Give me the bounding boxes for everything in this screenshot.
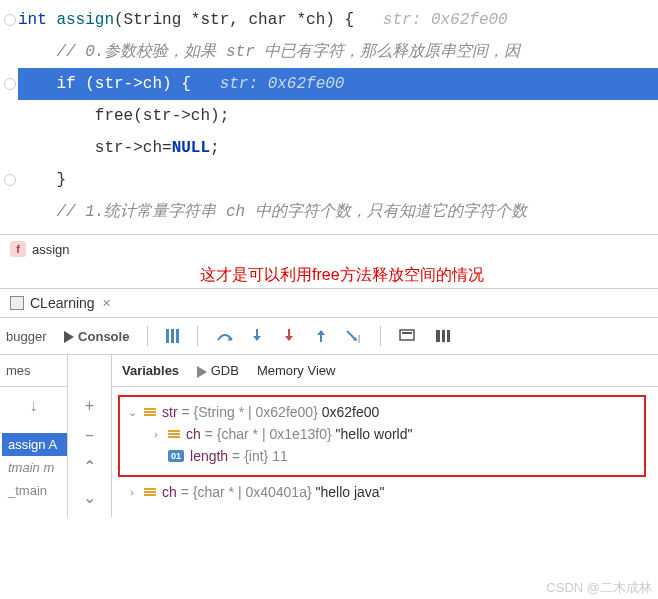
code-line: } xyxy=(18,164,658,196)
svg-rect-4 xyxy=(447,330,450,342)
object-icon xyxy=(144,408,156,416)
move-down-icon[interactable]: ⌄ xyxy=(83,488,96,507)
svg-rect-2 xyxy=(436,330,440,342)
chevron-right-icon[interactable]: › xyxy=(126,486,138,498)
play-icon xyxy=(64,331,74,343)
run-to-cursor-icon[interactable] xyxy=(344,328,362,344)
chevron-right-icon[interactable]: › xyxy=(150,428,162,440)
watermark: CSDN @二木成林 xyxy=(546,579,652,597)
svg-rect-3 xyxy=(442,330,445,342)
settings-icon[interactable] xyxy=(435,328,453,344)
debug-toolbar: bugger Console xyxy=(0,318,658,355)
highlighted-line: if (str->ch) { str: 0x62fe00 xyxy=(18,68,658,100)
debugger-panel: mes ↓ assign A tmain m _tmain + − ⌃ ⌄ Va… xyxy=(0,355,658,517)
stack-frame[interactable]: assign A xyxy=(2,433,67,456)
step-into-icon[interactable] xyxy=(248,328,266,344)
step-over-icon[interactable] xyxy=(216,328,234,344)
breadcrumb-label: assign xyxy=(32,242,70,257)
variables-column: Variables GDB Memory View ⌄ str = {Strin… xyxy=(112,355,658,517)
svg-rect-0 xyxy=(400,330,414,340)
stack-frames: assign A tmain m _tmain xyxy=(0,425,67,502)
threads-icon[interactable] xyxy=(166,329,179,343)
tree-row-ch2[interactable]: › ch = {char * | 0x40401a} "hello java" xyxy=(116,481,654,503)
console-tab[interactable]: Console xyxy=(64,329,129,344)
project-name: CLearning xyxy=(30,295,95,311)
breadcrumb[interactable]: f assign xyxy=(0,235,658,263)
highlight-box: ⌄ str = {String * | 0x62fe00} 0x62fe00 ›… xyxy=(118,395,646,477)
move-up-icon[interactable]: ⌃ xyxy=(83,457,96,476)
stack-frame[interactable]: _tmain xyxy=(2,479,67,502)
variables-header: Variables GDB Memory View xyxy=(112,355,658,387)
tree-controls: + − ⌃ ⌄ xyxy=(68,355,112,517)
evaluate-icon[interactable] xyxy=(399,328,417,344)
rerun-icon[interactable]: ↓ xyxy=(30,397,38,415)
code-comment: // 0.参数校验，如果 str 中已有字符，那么释放原串空间，因 xyxy=(18,36,658,68)
code-comment: // 1.统计常量字符串 ch 中的字符个数，只有知道它的字符个数 xyxy=(18,196,658,228)
memory-view-tab[interactable]: Memory View xyxy=(257,363,336,378)
stack-frame[interactable]: tmain m xyxy=(2,456,67,479)
code-line: free(str->ch); xyxy=(18,100,658,132)
add-watch-icon[interactable]: + xyxy=(85,397,94,415)
remove-watch-icon[interactable]: − xyxy=(85,427,94,445)
fold-icon[interactable] xyxy=(4,78,16,90)
project-icon xyxy=(10,296,24,310)
code-editor[interactable]: int assign(String *str, char *ch) { str:… xyxy=(0,0,658,228)
fold-icon[interactable] xyxy=(4,14,16,26)
int-badge-icon: 01 xyxy=(168,450,184,462)
force-step-into-icon[interactable] xyxy=(280,328,298,344)
variables-tab[interactable]: Variables xyxy=(122,363,179,378)
close-icon[interactable]: × xyxy=(103,295,111,311)
gdb-tab[interactable]: GDB xyxy=(197,363,239,378)
frames-tab-label[interactable]: mes xyxy=(0,355,67,387)
svg-rect-1 xyxy=(402,332,412,334)
object-icon xyxy=(168,430,180,438)
step-out-icon[interactable] xyxy=(312,328,330,344)
frames-column: mes ↓ assign A tmain m _tmain xyxy=(0,355,68,517)
chevron-down-icon[interactable]: ⌄ xyxy=(126,406,138,419)
separator xyxy=(197,326,198,346)
function-badge-icon: f xyxy=(10,241,26,257)
variables-tree: ⌄ str = {String * | 0x62fe00} 0x62fe00 ›… xyxy=(112,387,658,509)
separator xyxy=(147,326,148,346)
project-tab[interactable]: CLearning × xyxy=(0,288,658,318)
annotation-text: 这才是可以利用free方法释放空间的情况 xyxy=(0,263,658,288)
object-icon xyxy=(144,488,156,496)
tree-row-ch[interactable]: › ch = {char * | 0x1e13f0} "hello world" xyxy=(126,423,638,445)
code-line: int assign(String *str, char *ch) { str:… xyxy=(18,4,658,36)
code-line: str->ch=NULL; xyxy=(18,132,658,164)
separator xyxy=(380,326,381,346)
tree-row-length[interactable]: 01 length = {int} 11 xyxy=(126,445,638,467)
tree-row-str[interactable]: ⌄ str = {String * | 0x62fe00} 0x62fe00 xyxy=(126,401,638,423)
play-icon xyxy=(197,366,207,378)
fold-icon[interactable] xyxy=(4,174,16,186)
debugger-tab[interactable]: bugger xyxy=(6,329,46,344)
